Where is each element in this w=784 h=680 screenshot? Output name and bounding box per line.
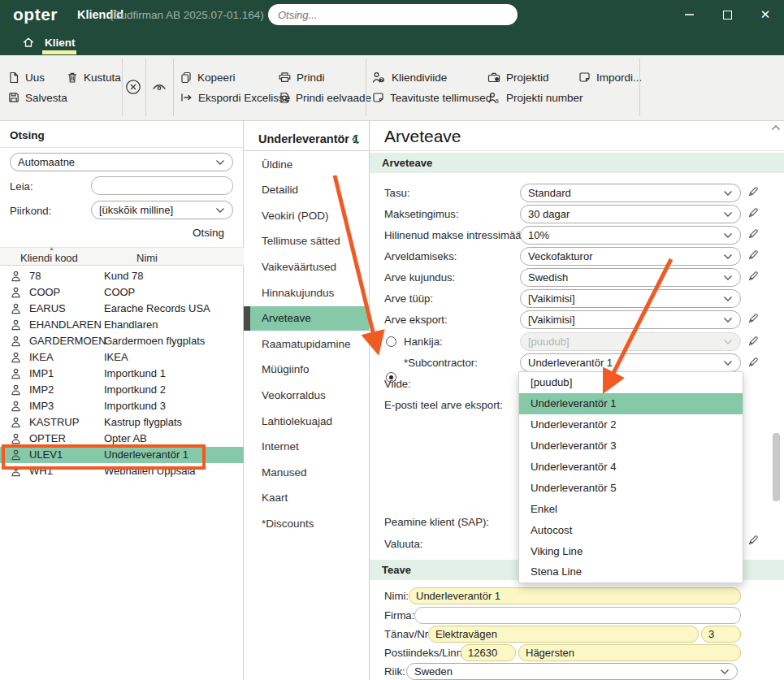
collapse-chevron-left-icon[interactable] bbox=[350, 133, 360, 145]
client-table-row[interactable]: OPTEROpter AB bbox=[0, 431, 244, 447]
street-number-input[interactable] bbox=[701, 626, 741, 643]
dropdown-item[interactable]: Underleverantör 4 bbox=[519, 457, 743, 478]
riik-select[interactable]: Sweden bbox=[406, 663, 738, 680]
city-input[interactable] bbox=[518, 644, 741, 661]
field-select[interactable]: [Vaikimisi] bbox=[520, 289, 741, 308]
field-select[interactable]: 30 dagar bbox=[520, 205, 741, 223]
nav-item-veokiri-pod-[interactable]: Veokiri (POD) bbox=[244, 203, 369, 227]
firma-input[interactable] bbox=[414, 607, 741, 624]
copy-icon bbox=[180, 71, 192, 84]
nav-item-kaart[interactable]: Kaart bbox=[244, 486, 369, 510]
nav-item-tellimuse-s-tted[interactable]: Tellimuse sätted bbox=[244, 229, 369, 253]
nav-item-m-giinfo[interactable]: Müügiinfo bbox=[244, 357, 369, 382]
edit-pencil-icon[interactable] bbox=[747, 356, 760, 368]
edit-pencil-icon[interactable] bbox=[747, 270, 760, 285]
nav-item-manused[interactable]: Manused bbox=[244, 460, 369, 484]
copy-button[interactable]: Kopeeri bbox=[180, 69, 236, 85]
client-table-row[interactable]: GARDERMOENGardermoen flygplats bbox=[0, 333, 244, 349]
nav-item--ldine[interactable]: Üldine bbox=[244, 152, 369, 176]
client-code: COOP bbox=[29, 286, 60, 298]
client-table-row[interactable]: EARUSEarache Records USA bbox=[0, 301, 244, 317]
tab-klient[interactable]: Klient bbox=[45, 37, 76, 49]
dropdown-item[interactable]: [puudub] bbox=[519, 372, 743, 393]
field-select[interactable]: [Vaikimisi] bbox=[520, 310, 741, 329]
nav-item-arveteave[interactable]: Arveteave bbox=[244, 306, 369, 331]
nav-item--discounts[interactable]: *Discounts bbox=[244, 511, 369, 535]
import-label: Impordi... bbox=[596, 71, 642, 84]
client-table-row[interactable]: KASTRUPKastrup flygplats bbox=[0, 414, 244, 431]
hankija-radio[interactable] bbox=[386, 336, 396, 347]
close-button[interactable]: ✕ bbox=[756, 6, 774, 24]
import-button[interactable]: Impordi... bbox=[578, 69, 642, 85]
client-table-row[interactable]: IMP2Importkund 2 bbox=[0, 382, 244, 398]
divider bbox=[0, 147, 244, 148]
dropdown-item[interactable]: Underleverantör 5 bbox=[519, 477, 743, 498]
nav-item-detailid[interactable]: Detailid bbox=[244, 178, 369, 202]
cancel-circle-button[interactable] bbox=[123, 76, 144, 97]
column-header-name[interactable]: Nimi bbox=[136, 252, 158, 264]
subcontractor-select[interactable]: Underleverantör 1 bbox=[520, 353, 741, 372]
print-button[interactable]: Prindi bbox=[279, 69, 325, 85]
home-icon[interactable] bbox=[22, 36, 35, 49]
tanav-input[interactable] bbox=[428, 626, 699, 643]
field-select[interactable]: Standard bbox=[520, 184, 741, 202]
nav-item-raamatupidamine[interactable]: Raamatupidamine bbox=[244, 331, 369, 356]
person-icon bbox=[11, 466, 21, 479]
scroll-up-icon[interactable] bbox=[771, 124, 781, 132]
find-input[interactable] bbox=[91, 176, 233, 195]
dropdown-item[interactable]: Autocost bbox=[519, 519, 743, 540]
dropdown-item[interactable]: Enkel bbox=[519, 498, 743, 519]
vertical-scrollbar-thumb[interactable] bbox=[773, 433, 780, 501]
dropdown-item[interactable]: Underleverantör 2 bbox=[519, 414, 743, 435]
search-mode-select[interactable]: Automaatne bbox=[10, 153, 233, 171]
global-search[interactable] bbox=[268, 4, 518, 25]
delete-button[interactable]: Kustuta bbox=[67, 69, 121, 85]
edit-pencil-icon[interactable] bbox=[747, 185, 760, 201]
dropdown-item[interactable]: Stena Line bbox=[519, 561, 743, 583]
postal-code-input[interactable] bbox=[461, 644, 516, 661]
client-table-row[interactable]: IKEAIKEA bbox=[0, 349, 244, 366]
edit-pencil-icon[interactable] bbox=[747, 249, 760, 264]
nav-item-veokorraldus[interactable]: Veokorraldus bbox=[244, 383, 369, 407]
global-search-input[interactable] bbox=[278, 9, 508, 21]
client-table-row[interactable]: WH1Webhallen Uppsala bbox=[0, 463, 244, 479]
print-preview-button[interactable]: Prindi eelvaade bbox=[279, 89, 371, 106]
column-header-code[interactable]: Kliendi kood bbox=[20, 252, 78, 264]
projects-button[interactable]: Projektid bbox=[487, 69, 549, 85]
field-label: Hilinenud makse intressimäär: bbox=[384, 229, 528, 241]
new-button[interactable]: Uus bbox=[8, 69, 45, 85]
client-table-row[interactable]: IMP1Importkund 1 bbox=[0, 366, 244, 382]
dropdown-item[interactable]: Viking Line bbox=[519, 540, 743, 561]
field-select[interactable]: 10% bbox=[520, 226, 741, 245]
edit-pencil-icon[interactable] bbox=[747, 335, 760, 347]
nimi-input[interactable] bbox=[409, 587, 741, 604]
field-select[interactable]: Swedish bbox=[520, 268, 741, 287]
client-table-row[interactable]: IMP3Importkund 3 bbox=[0, 398, 244, 414]
save-button[interactable]: Salvesta bbox=[8, 89, 67, 106]
nav-item-vaikev-rtused[interactable]: Vaikeväärtused bbox=[244, 254, 369, 279]
notification-orders-button[interactable]: Teavituste tellimused bbox=[372, 89, 492, 106]
client-table-row[interactable]: ULEV1Underleverantör 1 bbox=[0, 447, 244, 463]
client-table-row[interactable]: 78Kund 78 bbox=[0, 268, 244, 284]
nav-item-internet[interactable]: Internet bbox=[244, 435, 369, 459]
client-reference-button[interactable]: ? Kliendiviide bbox=[372, 69, 447, 85]
region-select[interactable]: [ükskõik milline] bbox=[91, 201, 233, 219]
dropdown-item[interactable]: Underleverantör 3 bbox=[519, 435, 743, 457]
edit-pencil-icon[interactable] bbox=[747, 534, 760, 546]
client-table-row[interactable]: EHANDLARENEhandlaren bbox=[0, 317, 244, 333]
edit-pencil-icon[interactable] bbox=[747, 227, 760, 243]
field-select[interactable]: Veckofakturor bbox=[520, 247, 741, 266]
maximize-button[interactable] bbox=[718, 6, 736, 24]
dropdown-item[interactable]: Underleverantör 1 bbox=[519, 393, 743, 414]
minimize-button[interactable] bbox=[680, 6, 698, 24]
client-table-row[interactable]: COOPCOOP bbox=[0, 284, 244, 301]
view-eye-button[interactable] bbox=[149, 76, 170, 97]
nav-item-lahtiolekuajad[interactable]: Lahtiolekuajad bbox=[244, 409, 369, 433]
search-button[interactable]: Otsing bbox=[193, 227, 224, 239]
hankija-select: [puudub] bbox=[520, 332, 741, 351]
edit-pencil-icon[interactable] bbox=[747, 312, 760, 327]
export-excel-button[interactable]: Ekspordi Excelisse bbox=[180, 89, 290, 106]
nav-item-hinnakujundus[interactable]: Hinnakujundus bbox=[244, 280, 369, 305]
edit-pencil-icon[interactable] bbox=[747, 206, 760, 222]
project-number-button[interactable]: 5 Projekti number bbox=[487, 89, 583, 106]
